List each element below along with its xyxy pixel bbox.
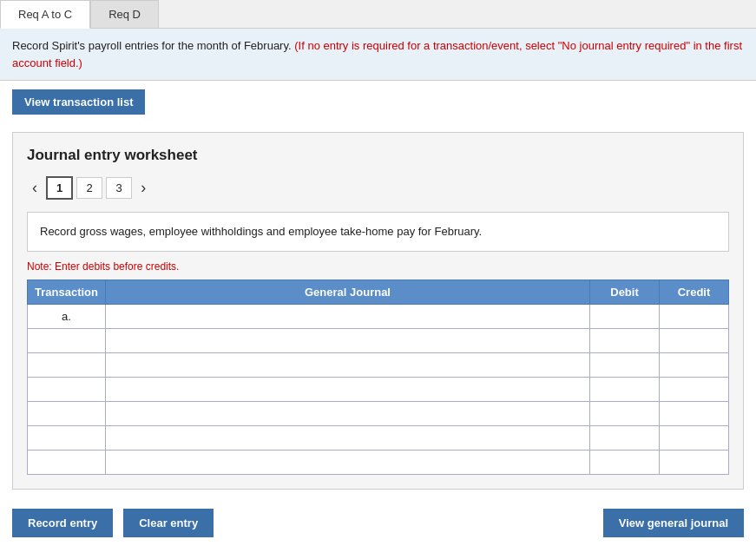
transaction-cell [28,450,106,474]
debit-input[interactable] [590,451,659,474]
debit-cell[interactable] [590,328,660,352]
credit-cell[interactable] [660,328,729,352]
table-row [28,328,729,352]
tabs-bar: Req A to C Req D [0,0,756,29]
credit-cell[interactable] [660,450,729,474]
credit-input[interactable] [660,451,728,474]
page-2-button[interactable]: 2 [76,177,102,199]
credit-cell[interactable] [660,425,729,450]
general-journal-cell[interactable] [106,304,590,328]
view-transaction-list-button[interactable]: View transaction list [12,89,145,115]
instructions-bar: Record Spirit's payroll entries for the … [0,29,756,81]
description-text: Record gross wages, employee withholding… [40,225,482,238]
credit-input[interactable] [660,378,728,401]
debit-cell[interactable] [590,450,660,474]
debit-cell[interactable] [590,304,660,328]
general-journal-cell[interactable] [106,377,590,401]
credit-input[interactable] [660,402,728,425]
page-1-button[interactable]: 1 [46,176,73,200]
general-journal-cell[interactable] [106,401,590,425]
tab-req-a-to-c[interactable]: Req A to C [0,0,90,29]
pagination: ‹ 1 2 3 › [27,176,729,200]
debit-cell[interactable] [590,401,660,425]
table-row [28,401,729,425]
worksheet-title: Journal entry worksheet [27,147,729,164]
instructions-main: Record Spirit's payroll entries for the … [12,39,292,52]
general-journal-input[interactable] [106,378,589,401]
credit-cell[interactable] [660,401,729,425]
next-page-button[interactable]: › [135,177,151,199]
view-general-journal-button[interactable]: View general journal [603,509,744,537]
credit-cell[interactable] [660,304,729,328]
journal-table: Transaction General Journal Debit Credit… [27,280,729,475]
col-header-debit: Debit [590,280,660,304]
view-transactions-bar: View transaction list [0,81,756,123]
col-header-transaction: Transaction [28,280,106,304]
general-journal-input[interactable] [106,402,589,425]
table-row [28,450,729,474]
table-row [28,425,729,450]
transaction-cell: a. [28,304,106,328]
transaction-cell [28,352,106,377]
bottom-bar: Record entry Clear entry View general jo… [0,498,756,547]
general-journal-cell[interactable] [106,352,590,377]
clear-entry-button[interactable]: Clear entry [123,509,214,537]
col-header-general-journal: General Journal [106,280,590,304]
general-journal-input[interactable] [106,451,589,474]
debit-input[interactable] [590,378,659,401]
tab-req-d[interactable]: Req D [90,0,159,28]
transaction-cell [28,328,106,352]
general-journal-input[interactable] [106,305,589,328]
general-journal-cell[interactable] [106,450,590,474]
table-row [28,352,729,377]
transaction-cell [28,377,106,401]
debit-cell[interactable] [590,425,660,450]
debit-input[interactable] [590,329,659,352]
note-text: Note: Enter debits before credits. [27,260,729,273]
prev-page-button[interactable]: ‹ [27,177,43,199]
debit-input[interactable] [590,353,659,377]
record-entry-button[interactable]: Record entry [12,509,113,537]
general-journal-input[interactable] [106,329,589,352]
page-3-button[interactable]: 3 [106,177,132,199]
credit-input[interactable] [660,426,728,450]
credit-input[interactable] [660,305,728,328]
worksheet-container: Journal entry worksheet ‹ 1 2 3 › Record… [12,132,744,490]
debit-cell[interactable] [590,377,660,401]
col-header-credit: Credit [660,280,729,304]
debit-input[interactable] [590,305,659,328]
debit-cell[interactable] [590,352,660,377]
general-journal-input[interactable] [106,426,589,450]
general-journal-input[interactable] [106,353,589,377]
transaction-cell [28,401,106,425]
debit-input[interactable] [590,426,659,450]
credit-cell[interactable] [660,352,729,377]
table-row: a. [28,304,729,328]
credit-cell[interactable] [660,377,729,401]
general-journal-cell[interactable] [106,425,590,450]
credit-input[interactable] [660,353,728,377]
description-box: Record gross wages, employee withholding… [27,212,729,252]
general-journal-cell[interactable] [106,328,590,352]
debit-input[interactable] [590,402,659,425]
table-row [28,377,729,401]
transaction-cell [28,425,106,450]
credit-input[interactable] [660,329,728,352]
